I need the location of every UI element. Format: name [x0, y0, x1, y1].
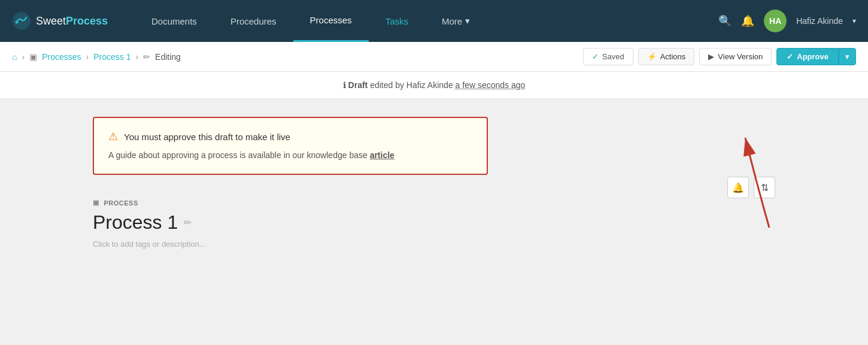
warning-subtitle: A guide about approving a process is ava… — [108, 149, 472, 162]
bell-icon: 🔔 — [732, 182, 744, 193]
view-version-button[interactable]: ▶ View Version — [699, 48, 772, 65]
top-navigation: SweetProcess Documents Procedures Proces… — [0, 0, 868, 42]
warning-article-link[interactable]: article — [370, 150, 394, 160]
logo[interactable]: SweetProcess — [0, 11, 135, 31]
process-tags[interactable]: Click to add tags or description... — [93, 240, 775, 249]
notification-settings-button[interactable]: 🔔 — [727, 177, 749, 198]
nav-more[interactable]: More ▾ — [425, 0, 487, 42]
breadcrumb-editing: Editing — [155, 52, 181, 62]
nav-procedures[interactable]: Procedures — [214, 0, 293, 42]
avatar[interactable]: HA — [764, 10, 787, 32]
actions-label: Actions — [660, 52, 686, 61]
svg-point-1 — [16, 21, 19, 24]
breadcrumb-process1-link[interactable]: Process 1 — [93, 52, 130, 62]
process-label-icon: ▣ — [93, 199, 99, 207]
process-section: ▣ PROCESS Process 1 ✏ Click to add tags … — [93, 199, 775, 249]
breadcrumb-processes-link[interactable]: Processes — [42, 52, 81, 62]
approve-dropdown-button[interactable]: ▾ — [839, 48, 856, 65]
main-content: ℹ Draft edited by Hafiz Akinde a few sec… — [0, 72, 868, 345]
saved-check-icon: ✓ — [592, 52, 599, 61]
process-label-text: PROCESS — [104, 199, 138, 207]
approve-dropdown-icon: ▾ — [845, 52, 849, 61]
process-tools: 🔔 ⇅ — [727, 177, 775, 198]
more-chevron-icon: ▾ — [465, 16, 470, 26]
approve-check-icon: ✓ — [787, 52, 793, 61]
home-icon: ⌂ — [12, 52, 17, 62]
breadcrumb: ⌂ › ▣ Processes › Process 1 › ✏ Editing — [12, 52, 181, 62]
approve-label: Approve — [797, 52, 828, 61]
content-area: ⚠ You must approve this draft to make it… — [75, 117, 793, 249]
warning-box: ⚠ You must approve this draft to make it… — [93, 117, 488, 175]
user-name[interactable]: Hafiz Akinde — [796, 16, 843, 26]
actions-button[interactable]: ⚡ Actions — [638, 48, 695, 65]
warning-subtitle-text: A guide about approving a process is ava… — [108, 150, 370, 160]
warning-title: ⚠ You must approve this draft to make it… — [108, 130, 472, 143]
nav-tasks[interactable]: Tasks — [369, 0, 425, 42]
saved-button: ✓ Saved — [583, 48, 633, 65]
warning-icon: ⚠ — [108, 130, 118, 143]
logo-icon — [12, 11, 31, 31]
warning-title-text: You must approve this draft to make it l… — [124, 132, 290, 142]
approve-group: ✓ Approve ▾ — [776, 48, 856, 65]
view-version-play-icon: ▶ — [708, 52, 714, 61]
draft-notice: ℹ Draft edited by Hafiz Akinde a few sec… — [0, 72, 868, 99]
sep1: › — [22, 52, 25, 62]
draft-info-icon: ℹ — [343, 80, 346, 90]
process-title: Process 1 ✏ — [93, 211, 775, 234]
svg-point-0 — [13, 12, 31, 30]
breadcrumb-edit-icon: ✏ — [143, 52, 150, 62]
notification-button[interactable]: 🔔 — [741, 14, 754, 28]
nav-documents[interactable]: Documents — [135, 0, 214, 42]
sort-icon: ⇅ — [761, 182, 769, 193]
draft-bold-label: Draft — [348, 80, 368, 90]
sep3: › — [135, 52, 138, 62]
approve-button[interactable]: ✓ Approve — [776, 48, 839, 65]
nav-processes[interactable]: Processes — [293, 0, 369, 42]
process-title-text: Process 1 — [93, 211, 178, 234]
nav-links: Documents Procedures Processes Tasks Mor… — [135, 0, 718, 42]
view-version-label: View Version — [718, 52, 763, 61]
draft-notice-text: edited by Hafiz Akinde a few seconds ago — [370, 80, 525, 90]
sort-button[interactable]: ⇅ — [754, 177, 775, 198]
sep2: › — [86, 52, 89, 62]
nav-right: 🔍 🔔 HA Hafiz Akinde ▾ — [718, 10, 868, 32]
saved-label: Saved — [602, 52, 624, 61]
process-label: ▣ PROCESS — [93, 199, 775, 207]
process-edit-icon[interactable]: ✏ — [184, 217, 192, 228]
user-chevron-icon: ▾ — [852, 17, 856, 25]
breadcrumb-processes-icon: ▣ — [29, 52, 37, 62]
logo-text: SweetProcess — [36, 15, 108, 28]
search-button[interactable]: 🔍 — [718, 14, 732, 28]
home-link[interactable]: ⌂ — [12, 52, 17, 62]
breadcrumb-actions: ✓ Saved ⚡ Actions ▶ View Version ✓ Appro… — [583, 48, 856, 65]
actions-lightning-icon: ⚡ — [647, 52, 657, 61]
breadcrumb-bar: ⌂ › ▣ Processes › Process 1 › ✏ Editing … — [0, 42, 868, 72]
